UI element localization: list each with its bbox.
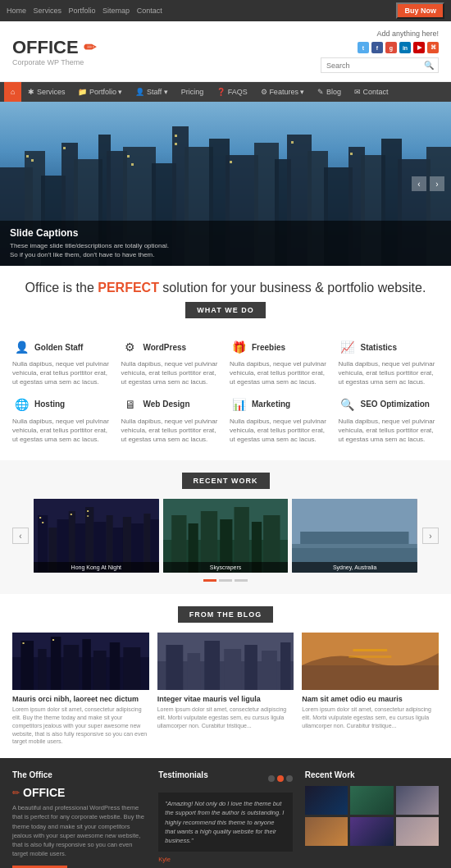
recent-work-label: RECENT WORK	[182, 473, 270, 489]
footer-thumb-3[interactable]	[396, 786, 439, 815]
svg-rect-51	[87, 515, 89, 517]
googleplus-icon[interactable]: g	[385, 42, 397, 53]
recent-work-image-2[interactable]: Skyscrapers	[163, 499, 289, 573]
marketing-icon: 📊	[230, 395, 248, 413]
svg-rect-73	[110, 642, 120, 690]
blog-post-3: Nam sit amet odio eu mauris Lorem ipsum …	[302, 633, 439, 746]
top-nav-links[interactable]: Home Services Portfolio Sitemap Contact	[7, 7, 167, 15]
footer-col2-title: Testimonials	[158, 770, 207, 779]
hero-caption: Slide Captions These image slide title/d…	[0, 221, 451, 266]
main-nav: ⌂ ✱ Services 📁 Portfolio ▾ 👤 Staff ▾ Pri…	[0, 82, 451, 102]
top-link-sitemap[interactable]: Sitemap	[102, 7, 130, 15]
top-link-portfolio[interactable]: Portfolio	[69, 7, 96, 15]
wwd-item-seo: 🔍 SEO Optimization Nulla dapibus, neque …	[339, 395, 440, 445]
svg-rect-23	[26, 155, 29, 158]
svg-rect-25	[63, 147, 66, 149]
footer-col3-title: Recent Work	[305, 770, 439, 779]
footer-col-2: Testimonials "Amazing! Not only do I lov…	[158, 770, 292, 868]
svg-rect-68	[38, 649, 46, 690]
logo-text: OFFICE	[12, 37, 79, 58]
footer-thumb-4[interactable]	[305, 817, 348, 846]
wwd-item-marketing: 📊 Marketing Nulla dapibus, neque vel pul…	[230, 395, 330, 445]
blog2-svg	[157, 633, 294, 690]
nav-item-pricing[interactable]: Pricing	[175, 82, 211, 102]
facebook-icon[interactable]: f	[371, 42, 383, 53]
testimonial-text: "Amazing! Not only do I love the theme b…	[165, 799, 285, 845]
marketing-text: Nulla dapibus, neque vel pulvinar vehicu…	[230, 417, 330, 445]
logo-subtitle: Corporate WP Theme	[12, 58, 96, 66]
footer-recent-work-grid	[305, 786, 439, 846]
recent-work-prev-button[interactable]: ‹	[12, 528, 29, 544]
top-link-services[interactable]: Services	[34, 7, 62, 15]
top-buy-now-button[interactable]: Buy Now	[396, 2, 444, 19]
city2-label: Skyscrapers	[163, 562, 289, 573]
seo-text: Nulla dapibus, neque vel pulvinar vehicu…	[339, 417, 440, 445]
footer-thumb-1[interactable]	[305, 786, 348, 815]
svg-rect-75	[22, 642, 24, 644]
dot-2[interactable]	[219, 579, 232, 582]
svg-rect-79	[166, 645, 183, 690]
testimonial-dot-1[interactable]	[268, 775, 275, 782]
nav-item-features[interactable]: ⚙ Features ▾	[254, 82, 312, 102]
svg-rect-72	[93, 651, 107, 690]
hero-prev-button[interactable]: ‹	[412, 176, 426, 191]
dot-3[interactable]	[235, 579, 248, 582]
logo-title: OFFICE ✏	[12, 37, 96, 58]
golden-staff-title: Golden Staff	[34, 343, 83, 352]
logo-icon: ✏	[84, 39, 96, 57]
footer-thumb-5[interactable]	[350, 817, 393, 846]
svg-rect-50	[87, 510, 89, 512]
statistics-text: Nulla dapibus, neque vel pulvinar vehicu…	[339, 359, 440, 387]
recent-work-image-1[interactable]: Hong Kong At Night	[34, 499, 159, 573]
blog-text-1: Lorem ipsum dolor sit amet, consectetur …	[12, 706, 149, 746]
nav-item-home[interactable]: ⌂	[4, 82, 21, 102]
top-link-home[interactable]: Home	[7, 7, 26, 15]
wwd-item-webdesign: 🖥 Web Design Nulla dapibus, neque vel pu…	[121, 395, 222, 445]
svg-rect-48	[42, 522, 43, 523]
blog-title-1[interactable]: Mauris orci nibh, laoreet nec dictum	[12, 695, 149, 703]
wwd-item-golden-staff: 👤 Golden Staff Nulla dapibus, neque vel …	[12, 338, 113, 387]
dot-1[interactable]	[203, 579, 216, 582]
marketing-title: Marketing	[252, 400, 290, 409]
twitter-icon[interactable]: t	[358, 42, 369, 53]
freebies-title: Freebies	[252, 343, 285, 352]
svg-rect-47	[39, 517, 41, 519]
search-box[interactable]: 🔍	[321, 57, 439, 73]
blog-title-3[interactable]: Nam sit amet odio eu mauris	[302, 695, 439, 703]
city1-label: Hong Kong At Night	[34, 562, 159, 573]
footer-buy-now-button[interactable]: Buy Now	[12, 866, 67, 868]
recent-work-image-3[interactable]: Sydney, Australia	[292, 499, 417, 573]
footer-thumb-2[interactable]	[350, 786, 393, 815]
footer-testimonial-dots	[268, 775, 293, 782]
nav-item-staff[interactable]: 👤 Staff ▾	[129, 82, 174, 102]
nav-item-services[interactable]: ✱ Services	[21, 82, 71, 102]
testimonial-dot-2[interactable]	[277, 775, 284, 782]
nav-item-faqs[interactable]: ❓ FAQS	[210, 82, 254, 102]
freebies-text: Nulla dapibus, neque vel pulvinar vehicu…	[230, 359, 330, 387]
tagline-section: Office is the PERFECT solution for your …	[0, 266, 451, 338]
nav-item-contact[interactable]: ✉ Contact	[348, 82, 395, 102]
svg-rect-30	[230, 161, 232, 163]
search-input[interactable]	[321, 59, 420, 72]
hero-next-button[interactable]: ›	[430, 176, 444, 191]
top-bar: Home Services Portfolio Sitemap Contact …	[0, 0, 451, 21]
nav-item-portfolio[interactable]: 📁 Portfolio ▾	[71, 82, 129, 102]
linkedin-icon[interactable]: in	[399, 42, 411, 53]
youtube-icon[interactable]: ▶	[413, 42, 425, 53]
wwd-grid: 👤 Golden Staff Nulla dapibus, neque vel …	[12, 338, 439, 444]
blog-title-2[interactable]: Integer vitae mauris vel ligula	[157, 695, 294, 703]
svg-rect-69	[51, 637, 61, 690]
footer-thumb-6[interactable]	[396, 817, 439, 846]
testimonial-dot-3[interactable]	[286, 775, 293, 782]
recent-work-next-button[interactable]: ›	[422, 528, 439, 544]
city3-label: Sydney, Australia	[292, 562, 417, 573]
top-link-contact[interactable]: Contact	[137, 7, 162, 15]
footer-logo-text: OFFICE	[23, 786, 65, 799]
nav-item-blog[interactable]: ✎ Blog	[311, 82, 348, 102]
header: OFFICE ✏ Corporate WP Theme Add anything…	[0, 21, 451, 82]
blog1-svg	[12, 633, 149, 690]
rss-icon[interactable]: ⌘	[427, 42, 439, 53]
hero-nav: ‹ ›	[412, 176, 444, 191]
search-icon[interactable]: 🔍	[420, 58, 438, 72]
what-we-do-title-wrap: WHAT WE DO	[16, 295, 435, 330]
